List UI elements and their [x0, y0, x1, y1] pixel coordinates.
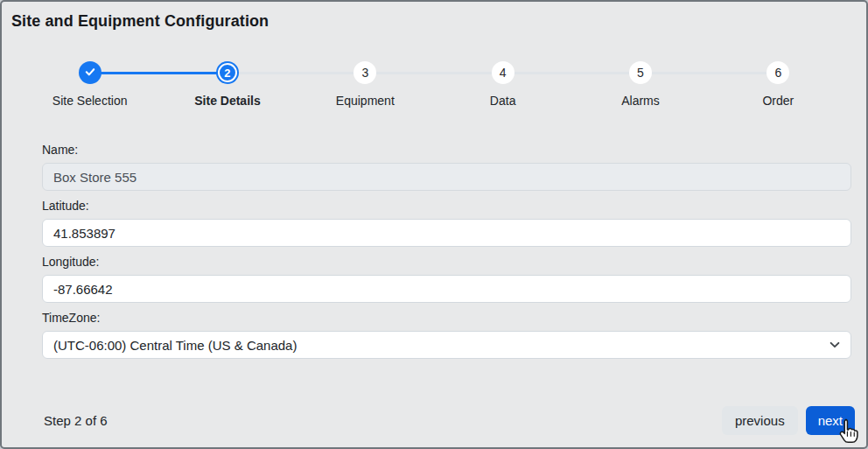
check-icon: [84, 66, 96, 81]
name-field: [42, 163, 851, 191]
latitude-label: Latitude:: [42, 199, 851, 213]
step-label: Site Details: [194, 94, 260, 108]
step-site-selection[interactable]: Site Selection: [21, 60, 158, 108]
wizard-window: Site and Equipment Configuration Site Se…: [0, 0, 868, 449]
wizard-footer: Step 2 of 6 previous next: [44, 406, 855, 435]
step-active-circle: 2: [218, 63, 237, 82]
step-label: Equipment: [336, 94, 395, 108]
step-label: Site Selection: [52, 94, 128, 108]
step-number-circle: 4: [492, 61, 514, 84]
latitude-field[interactable]: [42, 219, 851, 247]
next-button[interactable]: next: [806, 406, 855, 435]
wizard-stepper: Site Selection 2 Site Details 3 Equipmen…: [2, 60, 866, 108]
longitude-field[interactable]: [42, 275, 851, 303]
previous-button[interactable]: previous: [722, 406, 798, 435]
name-label: Name:: [42, 143, 851, 157]
step-number-circle: 6: [766, 61, 789, 84]
step-completed-circle: [79, 61, 102, 84]
page-title: Site and Equipment Configuration: [2, 2, 866, 31]
step-number-circle: 3: [354, 61, 376, 84]
step-equipment[interactable]: 3 Equipment: [297, 60, 434, 108]
step-label: Order: [762, 94, 794, 108]
step-number-circle: 5: [629, 61, 652, 84]
site-details-form: Name: Latitude: Longitude: TimeZone: (UT…: [2, 143, 866, 359]
step-label: Alarms: [621, 94, 660, 108]
step-label: Data: [490, 94, 516, 108]
timezone-label: TimeZone:: [42, 311, 851, 325]
step-site-details[interactable]: 2 Site Details: [158, 60, 296, 108]
step-order[interactable]: 6 Order: [710, 60, 847, 108]
step-progress-label: Step 2 of 6: [44, 413, 108, 428]
step-data[interactable]: 4 Data: [434, 60, 571, 108]
step-alarms[interactable]: 5 Alarms: [571, 60, 709, 108]
longitude-label: Longitude:: [42, 255, 851, 269]
timezone-select[interactable]: (UTC-06:00) Central Time (US & Canada): [42, 331, 851, 359]
